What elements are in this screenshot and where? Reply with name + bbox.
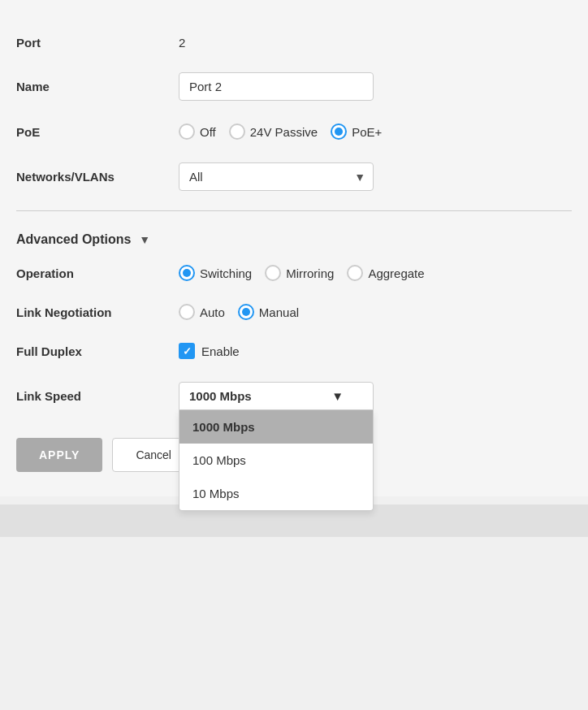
link-speed-label: Link Speed xyxy=(16,389,179,403)
auto-label: Auto xyxy=(200,305,225,319)
link-speed-row: Link Speed 1000 Mbps ▼ 1000 Mbps 100 Mbp… xyxy=(16,370,572,422)
chevron-down-icon: ▼ xyxy=(139,233,150,246)
poe-24v-label: 24V Passive xyxy=(250,125,318,139)
link-speed-selected-value: 1000 Mbps xyxy=(189,389,252,403)
networks-select[interactable]: All xyxy=(179,162,374,191)
switching-radio[interactable] xyxy=(179,265,195,281)
switching-option[interactable]: Switching xyxy=(179,265,252,281)
advanced-options-toggle[interactable]: Advanced Options ▼ xyxy=(16,219,572,253)
networks-select-wrapper: All ▼ xyxy=(179,162,374,191)
full-duplex-enable-label: Enable xyxy=(201,344,240,358)
full-duplex-row: Full Duplex Enable xyxy=(16,331,572,370)
mirroring-label: Mirroring xyxy=(286,266,334,280)
name-input[interactable] xyxy=(179,72,374,101)
link-speed-option-100[interactable]: 100 Mbps xyxy=(179,444,373,477)
manual-label: Manual xyxy=(259,305,299,319)
port-value: 2 xyxy=(179,36,185,50)
link-speed-arrow-icon: ▼ xyxy=(331,389,344,403)
manual-radio[interactable] xyxy=(238,304,254,320)
auto-option[interactable]: Auto xyxy=(179,304,225,320)
poe-24v-option[interactable]: 24V Passive xyxy=(229,123,318,140)
networks-row: Networks/VLANs All ▼ xyxy=(16,151,572,202)
port-row: Port 2 xyxy=(16,24,572,61)
link-speed-option-10[interactable]: 10 Mbps xyxy=(179,477,373,510)
full-duplex-checkbox[interactable] xyxy=(179,343,195,359)
poe-row: PoE Off 24V Passive PoE+ xyxy=(16,112,572,151)
apply-button[interactable]: APPLY xyxy=(16,438,102,472)
poe-off-option[interactable]: Off xyxy=(179,123,216,140)
poe-plus-option[interactable]: PoE+ xyxy=(331,123,382,140)
mirroring-radio[interactable] xyxy=(265,265,281,281)
link-negotiation-row: Link Negotiation Auto Manual xyxy=(16,292,572,331)
full-duplex-label: Full Duplex xyxy=(16,344,179,358)
link-speed-dropdown-container: 1000 Mbps ▼ 1000 Mbps 100 Mbps 10 Mbps xyxy=(179,382,374,410)
name-label: Name xyxy=(16,80,179,93)
link-negotiation-radio-group: Auto Manual xyxy=(179,304,572,320)
poe-plus-label: PoE+ xyxy=(352,125,382,139)
link-speed-dropdown-trigger[interactable]: 1000 Mbps ▼ xyxy=(179,382,374,410)
poe-plus-radio[interactable] xyxy=(331,123,347,140)
full-duplex-checkbox-item[interactable]: Enable xyxy=(179,343,572,359)
mirroring-option[interactable]: Mirroring xyxy=(265,265,334,281)
operation-radio-group: Switching Mirroring Aggregate xyxy=(179,265,572,281)
link-speed-dropdown-menu: 1000 Mbps 100 Mbps 10 Mbps xyxy=(179,410,374,511)
poe-off-radio[interactable] xyxy=(179,123,195,140)
section-divider xyxy=(16,210,572,211)
advanced-options-label: Advanced Options xyxy=(16,232,131,247)
link-speed-option-1000[interactable]: 1000 Mbps xyxy=(179,410,373,444)
operation-label: Operation xyxy=(16,266,179,280)
poe-label: PoE xyxy=(16,125,179,139)
switching-label: Switching xyxy=(200,266,252,280)
auto-radio[interactable] xyxy=(179,304,195,320)
poe-off-label: Off xyxy=(200,125,216,139)
manual-option[interactable]: Manual xyxy=(238,304,299,320)
aggregate-label: Aggregate xyxy=(368,266,424,280)
poe-radio-group: Off 24V Passive PoE+ xyxy=(179,123,572,140)
link-negotiation-label: Link Negotiation xyxy=(16,305,179,319)
name-row: Name xyxy=(16,61,572,112)
aggregate-radio[interactable] xyxy=(347,265,363,281)
poe-24v-radio[interactable] xyxy=(229,123,245,140)
port-label: Port xyxy=(16,36,179,50)
networks-label: Networks/VLANs xyxy=(16,170,179,184)
settings-page: Port 2 Name PoE Off 24V Passive xyxy=(0,0,588,496)
operation-row: Operation Switching Mirroring Aggregate xyxy=(16,253,572,292)
aggregate-option[interactable]: Aggregate xyxy=(347,265,424,281)
